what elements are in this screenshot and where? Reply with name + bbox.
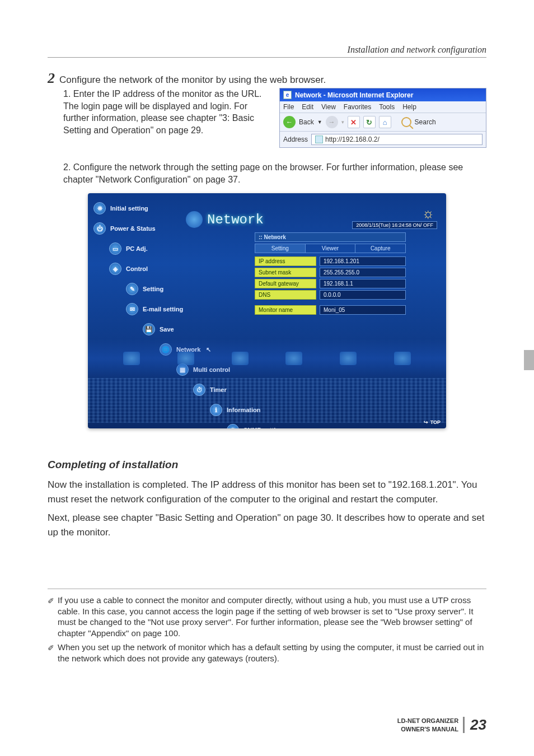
substep-1-text: 1. Enter the IP address of the monitor a… bbox=[63, 88, 266, 136]
dns-label: DNS bbox=[255, 290, 316, 300]
icon-strip bbox=[88, 339, 446, 378]
ie-toolbar: ← Back ▼ → ▾ ✕ ↻ ⌂ Search bbox=[280, 113, 486, 132]
completing-heading: Completing of installation bbox=[48, 459, 486, 471]
nav-save[interactable]: 💾Save bbox=[143, 323, 283, 335]
back-dropdown-icon[interactable]: ▼ bbox=[317, 119, 322, 125]
tabs: Setting Viewer Capture bbox=[255, 244, 406, 253]
strip-icon bbox=[232, 352, 249, 365]
page-icon bbox=[315, 136, 323, 143]
ip-address-value[interactable]: 192.168.1.201 bbox=[320, 256, 406, 266]
network-setting-screenshot: ☼ 2008/1/15(Tue) 16:24:58 ON/ OFF Networ… bbox=[88, 193, 446, 428]
scan-lines bbox=[88, 378, 446, 423]
ie-address-bar: Address http://192.168.0.2/ bbox=[280, 132, 486, 147]
status-bar: 2008/1/15(Tue) 16:24:58 ON/ OFF bbox=[352, 221, 437, 229]
note-icon: ✐ bbox=[48, 643, 54, 665]
note-1-text: If you use a cable to connect the monito… bbox=[58, 595, 486, 638]
tab-viewer[interactable]: Viewer bbox=[306, 244, 356, 253]
top-arrow-icon: ↪ bbox=[424, 419, 428, 425]
save-icon: 💾 bbox=[143, 323, 155, 335]
page-number: 23 bbox=[470, 716, 486, 734]
footer-line-1: LD-NET ORGANIZER bbox=[397, 717, 458, 725]
side-thumb-tab bbox=[524, 350, 534, 370]
step-text: Configure the network of the monitor by … bbox=[59, 74, 326, 86]
address-label: Address bbox=[283, 136, 308, 143]
notes-box: ✐ If you use a cable to connect the moni… bbox=[48, 589, 486, 664]
address-input[interactable]: http://192.168.0.2/ bbox=[311, 134, 483, 145]
browser-screenshot: e Network - Microsoft Internet Explorer … bbox=[279, 88, 486, 148]
menu-favorites[interactable]: Favorites bbox=[344, 103, 371, 111]
wrench-icon: ✎ bbox=[126, 283, 138, 295]
monitor-name-label: Monitor name bbox=[255, 305, 316, 315]
snmp-icon: ⚙ bbox=[227, 424, 239, 428]
subnet-mask-value[interactable]: 255.255.255.0 bbox=[320, 268, 406, 277]
strip-icon bbox=[285, 352, 302, 365]
dns-value[interactable]: 0.0.0.0 bbox=[320, 290, 406, 300]
ie-title-bar: e Network - Microsoft Internet Explorer bbox=[280, 88, 486, 101]
back-label[interactable]: Back bbox=[299, 118, 314, 126]
tab-setting[interactable]: Setting bbox=[255, 244, 306, 253]
menu-view[interactable]: View bbox=[321, 103, 336, 111]
step-2-row: 2 Configure the network of the monitor b… bbox=[48, 70, 486, 87]
strip-icon bbox=[394, 352, 411, 365]
menu-tools[interactable]: Tools bbox=[379, 103, 395, 111]
search-icon[interactable] bbox=[401, 117, 411, 127]
refresh-icon[interactable]: ↻ bbox=[363, 116, 376, 128]
page-footer: LD-NET ORGANIZER OWNER'S MANUAL 23 bbox=[397, 716, 486, 734]
menu-help[interactable]: Help bbox=[402, 103, 416, 111]
monitor-name-value[interactable]: Moni_05 bbox=[320, 305, 406, 315]
gear-icon: ❋ bbox=[93, 202, 106, 214]
completing-para-1: Now the installation is completed. The I… bbox=[48, 478, 486, 506]
ie-menu-bar: File Edit View Favorites Tools Help bbox=[280, 101, 486, 113]
section-title: :: Network bbox=[255, 232, 406, 242]
network-form: :: Network Setting Viewer Capture IP add… bbox=[255, 232, 406, 316]
home-icon[interactable]: ⌂ bbox=[379, 116, 391, 128]
monitor-icon: ▭ bbox=[109, 242, 121, 255]
default-gateway-label: Default gateway bbox=[255, 279, 316, 288]
default-gateway-value[interactable]: 192.168.1.1 bbox=[320, 279, 406, 288]
footer-line-2: OWNER'S MANUAL bbox=[397, 725, 458, 733]
tab-capture[interactable]: Capture bbox=[355, 244, 405, 253]
ie-window-title: Network - Microsoft Internet Explorer bbox=[295, 91, 413, 99]
menu-file[interactable]: File bbox=[283, 103, 294, 111]
mail-icon: ✉ bbox=[126, 303, 138, 315]
subnet-mask-label: Subnet mask bbox=[255, 268, 316, 277]
control-icon: ◈ bbox=[109, 263, 121, 275]
menu-edit[interactable]: Edit bbox=[302, 103, 313, 111]
power-icon: ⏻ bbox=[93, 222, 106, 235]
nav-initial-setting[interactable]: ❋Initial setting bbox=[93, 202, 283, 214]
back-icon[interactable]: ← bbox=[283, 116, 296, 128]
forward-icon[interactable]: → bbox=[326, 116, 338, 128]
ip-address-label: IP address bbox=[255, 256, 316, 266]
search-label[interactable]: Search bbox=[415, 118, 436, 126]
top-link[interactable]: ↪TOP bbox=[424, 419, 441, 425]
note-icon: ✐ bbox=[48, 596, 54, 640]
substep-2-text: 2. Configure the network through the set… bbox=[63, 161, 486, 185]
sun-icon: ☼ bbox=[420, 206, 436, 221]
nav-snmp-setting[interactable]: ⚙SNMP setting bbox=[227, 424, 283, 428]
fwd-dropdown-icon[interactable]: ▾ bbox=[341, 119, 344, 125]
ie-logo-icon: e bbox=[283, 91, 292, 99]
note-1: ✐ If you use a cable to connect the moni… bbox=[48, 595, 486, 638]
address-url: http://192.168.0.2/ bbox=[325, 136, 380, 143]
strip-icon bbox=[340, 352, 357, 365]
note-2-text: When you set up the network of monitor w… bbox=[58, 642, 486, 664]
stop-icon[interactable]: ✕ bbox=[348, 116, 360, 128]
note-2: ✐ When you set up the network of monitor… bbox=[48, 642, 486, 664]
step-number: 2 bbox=[48, 70, 55, 87]
completing-para-2: Next, please see chapter "Basic Setting … bbox=[48, 511, 486, 539]
running-header: Installation and network configuration bbox=[48, 45, 486, 58]
strip-icon bbox=[177, 352, 194, 365]
strip-icon bbox=[123, 352, 140, 365]
